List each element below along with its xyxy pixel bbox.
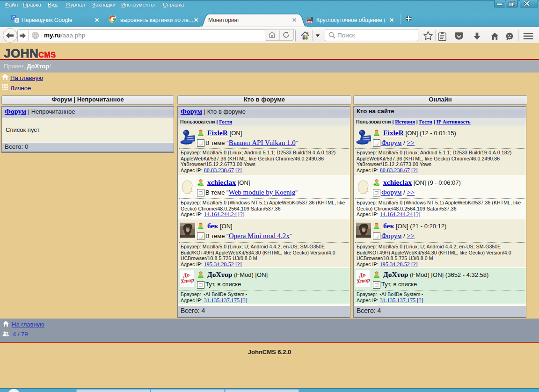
svg-text:CMS: CMS <box>306 21 312 23</box>
svg-text:Хтор: Хтор <box>356 276 370 285</box>
svg-text:Хтор: Хтор <box>180 276 194 285</box>
svg-text:文: 文 <box>15 19 19 23</box>
